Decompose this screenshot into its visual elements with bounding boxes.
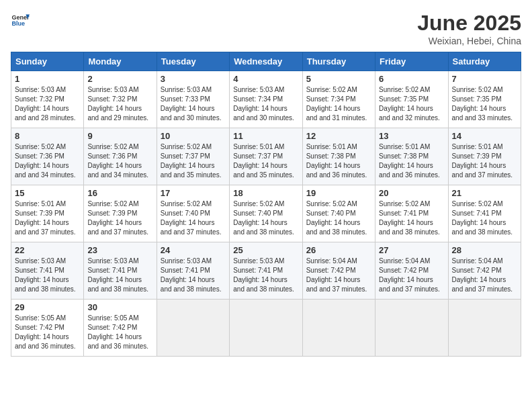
- daylight-text-2: and and 36 minutes.: [87, 342, 148, 350]
- day-info: Sunrise: 5:01 AMSunset: 7:38 PMDaylight:…: [379, 142, 444, 180]
- daylight-text-2: and and 37 minutes.: [87, 228, 148, 236]
- day-info: Sunrise: 5:04 AMSunset: 7:42 PMDaylight:…: [379, 257, 444, 294]
- day-number: 9: [87, 131, 152, 141]
- day-number: 29: [15, 302, 80, 312]
- day-number: 18: [233, 188, 298, 198]
- calendar-cell: 22Sunrise: 5:03 AMSunset: 7:41 PMDayligh…: [11, 242, 84, 300]
- calendar-cell: 20Sunrise: 5:02 AMSunset: 7:41 PMDayligh…: [375, 185, 448, 242]
- day-info: Sunrise: 5:03 AMSunset: 7:34 PMDaylight:…: [233, 85, 298, 123]
- col-header-sunday: Sunday: [11, 52, 84, 71]
- day-info: Sunrise: 5:03 AMSunset: 7:41 PMDaylight:…: [87, 257, 152, 294]
- calendar-cell: [157, 300, 229, 357]
- day-number: 5: [306, 74, 371, 84]
- calendar-cell: 18Sunrise: 5:02 AMSunset: 7:40 PMDayligh…: [230, 185, 302, 242]
- calendar-cell: [230, 300, 302, 357]
- calendar-cell: 12Sunrise: 5:01 AMSunset: 7:38 PMDayligh…: [302, 128, 375, 185]
- sunset-text: Sunset: 7:39 PM: [87, 210, 137, 217]
- col-header-thursday: Thursday: [302, 52, 375, 71]
- calendar-cell: 6Sunrise: 5:02 AMSunset: 7:35 PMDaylight…: [375, 71, 448, 128]
- daylight-text-2: and and 35 minutes.: [161, 171, 222, 179]
- sunset-text: Sunset: 7:42 PM: [15, 324, 64, 331]
- sunset-text: Sunset: 7:42 PM: [306, 267, 356, 274]
- sunset-text: Sunset: 7:36 PM: [15, 152, 64, 160]
- sunrise-text: Sunrise: 5:02 AM: [306, 200, 357, 208]
- calendar-cell: 25Sunrise: 5:03 AMSunset: 7:41 PMDayligh…: [230, 242, 302, 300]
- day-info: Sunrise: 5:02 AMSunset: 7:35 PMDaylight:…: [452, 85, 517, 123]
- calendar-cell: 24Sunrise: 5:03 AMSunset: 7:41 PMDayligh…: [157, 242, 229, 300]
- calendar-cell: 1Sunrise: 5:03 AMSunset: 7:32 PMDaylight…: [11, 71, 84, 128]
- sunrise-text: Sunrise: 5:02 AM: [87, 143, 138, 150]
- daylight-text-2: and and 34 minutes.: [15, 171, 76, 179]
- day-info: Sunrise: 5:01 AMSunset: 7:38 PMDaylight:…: [306, 142, 371, 180]
- svg-text:Blue: Blue: [11, 20, 25, 27]
- day-info: Sunrise: 5:03 AMSunset: 7:41 PMDaylight:…: [161, 257, 226, 294]
- daylight-text-1: Daylight: 14 hours: [306, 105, 361, 112]
- calendar-cell: 10Sunrise: 5:02 AMSunset: 7:37 PMDayligh…: [157, 128, 229, 185]
- sunset-text: Sunset: 7:38 PM: [306, 152, 356, 160]
- calendar-cell: 2Sunrise: 5:03 AMSunset: 7:32 PMDaylight…: [84, 71, 157, 128]
- day-info: Sunrise: 5:02 AMSunset: 7:41 PMDaylight:…: [379, 199, 444, 237]
- daylight-text-2: and and 36 minutes.: [379, 171, 440, 179]
- sunrise-text: Sunrise: 5:02 AM: [87, 200, 138, 208]
- week-row-5: 29Sunrise: 5:05 AMSunset: 7:42 PMDayligh…: [11, 300, 521, 357]
- daylight-text-2: and and 30 minutes.: [161, 114, 222, 122]
- day-info: Sunrise: 5:02 AMSunset: 7:40 PMDaylight:…: [233, 199, 298, 237]
- daylight-text-2: and and 38 minutes.: [233, 285, 294, 293]
- sunrise-text: Sunrise: 5:03 AM: [233, 257, 284, 265]
- daylight-text-1: Daylight: 14 hours: [452, 219, 506, 226]
- day-number: 8: [15, 131, 80, 141]
- daylight-text-1: Daylight: 14 hours: [452, 105, 506, 112]
- daylight-text-1: Daylight: 14 hours: [15, 105, 69, 112]
- daylight-text-2: and and 38 minutes.: [233, 228, 294, 236]
- sunrise-text: Sunrise: 5:03 AM: [87, 86, 138, 93]
- day-number: 6: [379, 74, 444, 84]
- daylight-text-2: and and 36 minutes.: [306, 171, 367, 179]
- daylight-text-2: and and 37 minutes.: [452, 285, 513, 293]
- sunrise-text: Sunrise: 5:01 AM: [306, 143, 357, 150]
- sunrise-text: Sunrise: 5:01 AM: [452, 143, 503, 150]
- daylight-text-2: and and 38 minutes.: [87, 285, 148, 293]
- calendar-cell: [448, 300, 521, 357]
- daylight-text-2: and and 37 minutes.: [161, 228, 222, 236]
- daylight-text-2: and and 35 minutes.: [233, 171, 294, 179]
- calendar-cell: [375, 300, 448, 357]
- daylight-text-1: Daylight: 14 hours: [233, 162, 287, 169]
- day-info: Sunrise: 5:05 AMSunset: 7:42 PMDaylight:…: [87, 314, 152, 351]
- day-number: 24: [161, 245, 226, 255]
- sunset-text: Sunset: 7:42 PM: [452, 267, 502, 274]
- daylight-text-1: Daylight: 14 hours: [379, 162, 433, 169]
- day-number: 20: [379, 188, 444, 198]
- sunset-text: Sunset: 7:36 PM: [87, 152, 137, 160]
- day-number: 3: [161, 74, 226, 84]
- sunset-text: Sunset: 7:32 PM: [87, 95, 137, 103]
- sunrise-text: Sunrise: 5:02 AM: [379, 200, 430, 208]
- sunrise-text: Sunrise: 5:03 AM: [161, 257, 212, 265]
- daylight-text-1: Daylight: 14 hours: [15, 162, 69, 169]
- col-header-friday: Friday: [375, 52, 448, 71]
- sunset-text: Sunset: 7:41 PM: [15, 267, 64, 274]
- calendar-cell: 30Sunrise: 5:05 AMSunset: 7:42 PMDayligh…: [84, 300, 157, 357]
- day-number: 19: [306, 188, 371, 198]
- day-number: 11: [233, 131, 298, 141]
- daylight-text-2: and and 37 minutes.: [452, 171, 513, 179]
- sunset-text: Sunset: 7:41 PM: [379, 210, 429, 217]
- col-header-tuesday: Tuesday: [157, 52, 229, 71]
- day-info: Sunrise: 5:02 AMSunset: 7:36 PMDaylight:…: [87, 142, 152, 180]
- calendar-cell: 3Sunrise: 5:03 AMSunset: 7:33 PMDaylight…: [157, 71, 229, 128]
- daylight-text-1: Daylight: 14 hours: [379, 219, 433, 226]
- title-area: June 2025 Weixian, Hebei, China: [417, 11, 521, 46]
- daylight-text-2: and and 36 minutes.: [15, 342, 76, 350]
- daylight-text-1: Daylight: 14 hours: [161, 162, 215, 169]
- sunset-text: Sunset: 7:38 PM: [379, 152, 429, 160]
- sunset-text: Sunset: 7:42 PM: [379, 267, 429, 274]
- day-number: 4: [233, 74, 298, 84]
- sunrise-text: Sunrise: 5:05 AM: [87, 314, 138, 322]
- sunrise-text: Sunrise: 5:01 AM: [233, 143, 284, 150]
- calendar-cell: 14Sunrise: 5:01 AMSunset: 7:39 PMDayligh…: [448, 128, 521, 185]
- week-row-3: 15Sunrise: 5:01 AMSunset: 7:39 PMDayligh…: [11, 185, 521, 242]
- daylight-text-1: Daylight: 14 hours: [306, 219, 361, 226]
- sunrise-text: Sunrise: 5:03 AM: [233, 86, 284, 93]
- calendar-cell: 19Sunrise: 5:02 AMSunset: 7:40 PMDayligh…: [302, 185, 375, 242]
- calendar-cell: 13Sunrise: 5:01 AMSunset: 7:38 PMDayligh…: [375, 128, 448, 185]
- daylight-text-1: Daylight: 14 hours: [87, 105, 142, 112]
